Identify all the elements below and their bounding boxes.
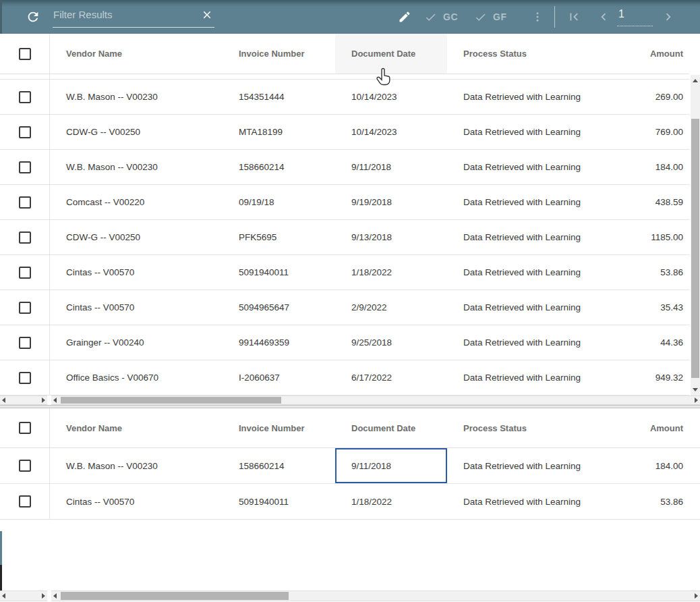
row-checkbox[interactable] (19, 91, 31, 103)
row-checkbox[interactable] (19, 302, 31, 314)
scroll-right-arrow[interactable] (695, 398, 698, 403)
invoice-number-cell[interactable]: 09/19/18 (223, 185, 335, 219)
invoice-number-cell[interactable]: 5094965647 (223, 290, 335, 325)
table2-hscrollbar[interactable] (51, 591, 700, 601)
column-header-amount[interactable]: Amount (589, 34, 689, 74)
document-date-cell-selected[interactable]: 9/11/2018 (335, 448, 447, 483)
row-checkbox[interactable] (19, 126, 31, 138)
edit-button[interactable] (397, 9, 413, 25)
vendor-name-cell[interactable]: W.B. Mason -- V00230 (50, 448, 223, 483)
column-header-process-status[interactable]: Process Status (447, 408, 589, 447)
scroll-right-arrow[interactable] (695, 593, 698, 599)
document-date-cell[interactable]: 1/18/2022 (335, 484, 447, 519)
amount-cell[interactable]: 949.32 (589, 360, 689, 395)
process-status-cell[interactable]: Data Retrieved with Learning (447, 115, 589, 149)
invoice-number-cell[interactable]: 5091940011 (223, 484, 335, 519)
hscrollbar-thumb[interactable] (61, 397, 281, 404)
row-checkbox[interactable] (19, 267, 31, 279)
row-checkbox[interactable] (19, 495, 31, 508)
table-row[interactable]: Comcast -- V00220 09/19/18 9/19/2018 Dat… (0, 185, 689, 220)
vendor-name-cell[interactable]: Cintas -- V00570 (50, 290, 223, 325)
process-status-cell[interactable]: Data Retrieved with Learning (447, 150, 589, 184)
vendor-name-cell[interactable]: Comcast -- V00220 (50, 185, 223, 219)
amount-cell[interactable]: 1185.00 (589, 220, 689, 254)
table-row[interactable]: Grainger -- V00240 9914469359 9/25/2018 … (0, 325, 689, 360)
amount-cell[interactable]: 769.00 (589, 115, 689, 149)
column-header-vendor-name[interactable]: Vendor Name (50, 408, 223, 447)
filter-input[interactable] (53, 5, 214, 28)
more-menu-button[interactable] (529, 9, 546, 25)
gf-button[interactable]: GF (474, 0, 506, 34)
invoice-number-cell[interactable]: 154351444 (223, 80, 335, 114)
vendor-name-cell[interactable]: CDW-G -- V00250 (50, 115, 223, 149)
column-header-document-date[interactable]: Document Date (335, 34, 447, 74)
document-date-cell[interactable]: 6/17/2022 (335, 360, 447, 395)
process-status-cell[interactable]: Data Retrieved with Learning (447, 360, 589, 395)
process-status-cell[interactable]: Data Retrieved with Learning (447, 484, 589, 519)
scroll-right-arrow[interactable] (42, 398, 45, 403)
amount-cell[interactable]: 35.43 (589, 290, 689, 325)
column-header-process-status[interactable]: Process Status (447, 34, 589, 74)
process-status-cell[interactable]: Data Retrieved with Learning (447, 290, 589, 325)
scroll-up-arrow[interactable] (693, 79, 698, 82)
scroll-left-arrow[interactable] (53, 593, 57, 599)
invoice-number-cell[interactable]: I-2060637 (223, 360, 335, 395)
page-number-input[interactable]: 1 (617, 8, 653, 26)
frozen-column-hscrollbar[interactable] (0, 591, 47, 601)
scroll-left-arrow[interactable] (2, 398, 5, 403)
table-row[interactable]: Cintas -- V00570 5091940011 1/18/2022 Da… (0, 255, 689, 290)
scroll-left-arrow[interactable] (2, 593, 5, 599)
table-row[interactable]: CDW-G -- V00250 PFK5695 9/13/2018 Data R… (0, 220, 689, 255)
amount-cell[interactable]: 53.86 (589, 484, 700, 519)
next-page-button[interactable] (660, 9, 676, 25)
column-header-invoice-number[interactable]: Invoice Number (223, 34, 335, 74)
amount-cell[interactable]: 438.59 (589, 185, 689, 219)
process-status-cell[interactable]: Data Retrieved with Learning (447, 185, 589, 219)
previous-page-button[interactable] (595, 9, 612, 25)
invoice-number-cell[interactable]: MTA18199 (223, 115, 335, 149)
vendor-name-cell[interactable]: Cintas -- V00570 (50, 255, 223, 290)
process-status-cell[interactable]: Data Retrieved with Learning (447, 448, 589, 483)
row-checkbox[interactable] (19, 372, 31, 384)
process-status-cell[interactable]: Data Retrieved with Learning (447, 325, 589, 360)
vertical-scrollbar[interactable] (691, 75, 700, 395)
table-row[interactable]: Office Basics - V00670 I-2060637 6/17/20… (0, 360, 689, 395)
process-status-cell[interactable]: Data Retrieved with Learning (447, 220, 589, 254)
document-date-cell[interactable]: 9/25/2018 (335, 325, 447, 360)
scroll-left-arrow[interactable] (53, 398, 57, 403)
invoice-number-cell[interactable]: 9914469359 (223, 325, 335, 360)
document-date-cell[interactable]: 9/13/2018 (335, 220, 447, 254)
document-date-cell[interactable]: 10/14/2023 (335, 80, 447, 114)
row-checkbox[interactable] (19, 161, 31, 173)
table-row[interactable]: CDW-G -- V00250 MTA18199 10/14/2023 Data… (0, 115, 689, 150)
invoice-number-cell[interactable]: 158660214 (223, 150, 335, 184)
row-checkbox[interactable] (19, 337, 31, 349)
document-date-cell[interactable]: 2/9/2022 (335, 290, 447, 325)
select-all-checkbox[interactable] (19, 48, 31, 60)
row-checkbox[interactable] (19, 460, 31, 472)
row-checkbox[interactable] (19, 231, 31, 244)
table-row[interactable]: W.B. Mason -- V00230 154351444 10/14/202… (0, 80, 689, 115)
column-header-vendor-name[interactable]: Vendor Name (50, 34, 223, 74)
scroll-right-arrow[interactable] (42, 593, 45, 599)
vendor-name-cell[interactable]: CDW-G -- V00250 (50, 220, 223, 254)
table-row[interactable]: Cintas -- V00570 5091940011 1/18/2022 Da… (0, 484, 700, 520)
invoice-number-cell[interactable]: 5091940011 (223, 255, 335, 290)
table1-hscrollbar[interactable] (51, 395, 700, 405)
vendor-name-cell[interactable]: Grainger -- V00240 (50, 325, 223, 360)
table-row[interactable]: W.B. Mason -- V00230 158660214 9/11/2018… (0, 150, 689, 185)
refresh-button[interactable] (25, 9, 41, 25)
scroll-down-arrow[interactable] (693, 388, 698, 391)
hscrollbar-thumb[interactable] (61, 592, 289, 600)
invoice-number-cell[interactable]: PFK5695 (223, 220, 335, 254)
vendor-name-cell[interactable]: W.B. Mason -- V00230 (50, 80, 223, 114)
amount-cell[interactable]: 269.00 (589, 80, 689, 114)
column-header-invoice-number[interactable]: Invoice Number (223, 408, 335, 447)
select-all-checkbox[interactable] (19, 422, 31, 434)
frozen-column-hscrollbar[interactable] (0, 395, 47, 405)
gc-button[interactable]: GC (424, 0, 458, 34)
clear-filter-button[interactable] (200, 7, 214, 22)
table-row[interactable]: Cintas -- V00570 5094965647 2/9/2022 Dat… (0, 290, 689, 325)
vendor-name-cell[interactable]: Cintas -- V00570 (50, 484, 223, 519)
process-status-cell[interactable]: Data Retrieved with Learning (447, 80, 589, 114)
